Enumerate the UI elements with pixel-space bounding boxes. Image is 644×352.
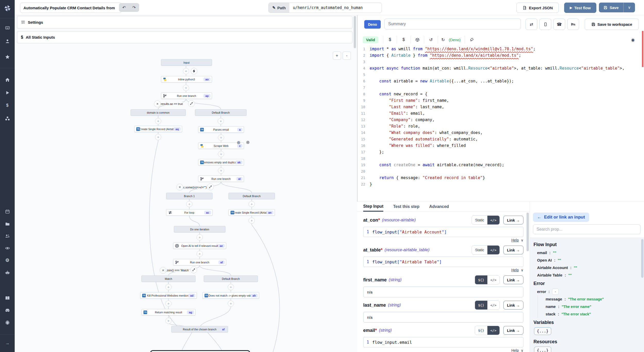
code-mode-segment[interactable]: </> — [487, 246, 499, 254]
insert-step-button[interactable]: + — [228, 300, 234, 307]
help-link[interactable]: Help — [511, 348, 519, 352]
summary-input[interactable] — [384, 19, 521, 29]
static-mode-segment[interactable]: ${} — [475, 301, 487, 309]
flow-node-default-branch[interactable]: Default Branch — [195, 109, 247, 116]
delete-step-icon[interactable]: ⊗ — [246, 140, 250, 145]
chevron-down-icon[interactable]: ∨ — [521, 268, 523, 272]
code-mode-segment[interactable]: </> — [487, 275, 499, 284]
path-value[interactable]: u/henri/crm_automated_no_human — [289, 3, 382, 13]
link-button[interactable]: Link → — [503, 246, 523, 254]
prop-row-open-ai[interactable]: Open AI:"" — [533, 256, 640, 264]
tab-test-this-step[interactable]: Test this step — [393, 202, 419, 212]
path-edit-button[interactable]: ✎Path — [269, 3, 289, 13]
input-mode-toggle[interactable]: Static</> — [472, 245, 500, 255]
prop-row-airtable-account[interactable]: Airtable Account:"" — [533, 264, 640, 271]
insert-step-button[interactable]: + — [183, 68, 189, 74]
reset-button[interactable]: ↺ — [424, 37, 438, 42]
save-button[interactable]: Save — [599, 3, 623, 12]
input-mode-toggle[interactable]: Static</> — [472, 215, 500, 225]
flow-title-input[interactable]: Automatically Populate CRM Contact Detai… — [20, 3, 122, 13]
prop-row-message[interactable]: message:"The error message" — [538, 295, 640, 303]
diff-icon[interactable]: ◉ — [631, 37, 635, 42]
prop-panel-scrollbar[interactable] — [641, 239, 643, 278]
static-mode-segment[interactable]: ${} — [475, 326, 487, 335]
input-mode-toggle[interactable]: ${}</> — [475, 326, 500, 335]
play-icon[interactable] — [0, 88, 15, 98]
insert-step-button[interactable]: + — [249, 217, 255, 224]
tab-advanced[interactable]: Advanced — [429, 202, 449, 212]
prop-row-airtable-table[interactable]: Airtable Table:"" — [533, 271, 640, 279]
insert-step-button[interactable]: + — [155, 134, 161, 140]
flow-node-result-of-the-chosen-branch[interactable]: Result of the chosen branchaf — [171, 326, 228, 332]
redo-button[interactable]: ↷ — [129, 3, 139, 12]
prop-row-error[interactable]: error:- — [533, 288, 640, 295]
insert-step-button[interactable]: + — [228, 284, 234, 290]
prop-row-stack[interactable]: stack:"The error stack" — [538, 310, 640, 318]
field-value-input[interactable]: n/a — [363, 312, 523, 323]
flow-panel-scrollbar[interactable] — [354, 16, 356, 48]
help-link[interactable]: Help — [511, 238, 519, 242]
insert-step-button[interactable]: + — [165, 284, 172, 290]
collapse-button[interactable]: - — [552, 289, 559, 295]
static-mode-segment[interactable]: Static — [472, 246, 487, 254]
robot-icon[interactable] — [0, 267, 15, 278]
zoom-in-button[interactable]: + — [333, 52, 341, 60]
format-button[interactable] — [465, 38, 478, 42]
flow-node-match[interactable]: Match — [141, 275, 196, 282]
input-mode-toggle[interactable]: ${}</> — [475, 300, 500, 310]
flow-node-do-one-iteration[interactable]: Do one iteration — [174, 226, 225, 232]
insert-step-button[interactable]: + — [197, 251, 203, 257]
edit-or-link-input-button[interactable]: ← Edit or link an input — [533, 213, 589, 222]
tab-step-input[interactable]: Step Input — [363, 202, 383, 212]
step-panel-scrollbar[interactable] — [527, 213, 529, 251]
flow-node-run-one-branch[interactable]: Run one branchaf — [173, 259, 226, 265]
sync-button[interactable]: ⇄ — [526, 19, 537, 30]
save-dropdown-button[interactable]: ∨ — [623, 3, 635, 12]
save-to-workspace-button[interactable]: Save to workspace — [585, 19, 639, 30]
link-button[interactable]: Link → — [503, 275, 523, 284]
language-badge[interactable]: Deno — [364, 20, 381, 29]
webhook-button[interactable]: ☎ — [553, 19, 565, 30]
expand-object-button[interactable]: {...} — [534, 327, 551, 335]
users-cog-icon[interactable] — [0, 231, 15, 241]
flow-node-open-ai-to-tell-if-relevant-result[interactable]: Open AI to tell if relevant resultae — [173, 242, 226, 249]
prop-row-name[interactable]: name:"The error name" — [538, 303, 640, 310]
insert-step-button[interactable]: + — [165, 318, 172, 324]
flow-node-branch-1[interactable]: Branch 1 — [166, 193, 213, 199]
insert-step-button[interactable]: + — [165, 300, 172, 307]
arrow-right-icon[interactable]: → — [0, 338, 15, 348]
static-mode-segment[interactable]: ${} — [475, 275, 487, 284]
user-icon[interactable] — [0, 36, 15, 46]
insert-step-button[interactable]: + — [155, 118, 161, 124]
eye-icon[interactable] — [0, 243, 15, 253]
expand-object-button[interactable]: {...} — [534, 347, 551, 352]
remove-branch-button[interactable]: × — [154, 100, 161, 107]
add-branch-button[interactable] — [190, 266, 197, 273]
link-button[interactable]: Link → — [503, 326, 523, 335]
mobile-preview-button[interactable] — [539, 19, 551, 30]
resource-picker-button[interactable]: $ — [397, 37, 410, 42]
insert-step-button[interactable]: + — [186, 201, 192, 207]
undo-button[interactable]: ↶ — [119, 3, 129, 12]
code-mode-segment[interactable]: </> — [487, 301, 499, 309]
reload-button[interactable]: ↻ — [438, 37, 448, 42]
help-link[interactable]: Help — [511, 268, 519, 272]
variable-picker-button[interactable]: $ — [383, 37, 397, 42]
dollar-icon[interactable]: $ — [0, 100, 15, 111]
export-json-button[interactable]: Export JSON — [516, 3, 559, 13]
windmill-logo-icon[interactable] — [0, 3, 15, 13]
flow-node-for-loop[interactable]: For loopac — [166, 209, 213, 216]
kit-button[interactable] — [567, 19, 579, 30]
code-editor[interactable]: 1import * as wmill from "https://deno.la… — [358, 46, 644, 202]
flow-node-default-branch[interactable]: Default Branch — [228, 193, 275, 199]
flow-node-kill-professional-websites-mentions[interactable]: TSKill Professional Websites mentionsad — [140, 292, 197, 299]
package-button[interactable] — [411, 38, 424, 42]
all-static-inputs-bar[interactable]: $ All Static Inputs — [17, 31, 352, 43]
insert-step-button[interactable]: + — [197, 234, 203, 240]
flow-node-return-matching-result[interactable]: TSReturn matching resultag — [141, 309, 196, 315]
error-handler-node[interactable]: Error handler deno — [150, 350, 250, 352]
field-value-input[interactable]: n/a — [363, 287, 523, 297]
field-code-editor[interactable]: 1flow_input["Airtable Table"] — [363, 257, 523, 267]
github-icon[interactable] — [0, 317, 15, 328]
trigger-icon[interactable] — [191, 68, 197, 74]
